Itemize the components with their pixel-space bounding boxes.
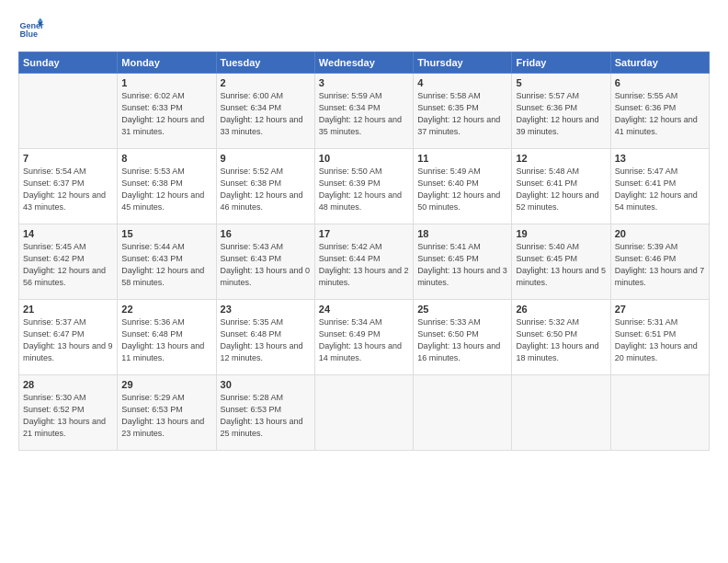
day-number: 15 [121, 228, 211, 239]
day-info: Sunrise: 5:47 AMSunset: 6:41 PMDaylight:… [615, 166, 705, 213]
day-info: Sunrise: 5:45 AMSunset: 6:42 PMDaylight:… [23, 241, 113, 289]
day-info: Sunrise: 5:53 AMSunset: 6:38 PMDaylight:… [121, 166, 211, 213]
svg-marker-2 [38, 17, 43, 21]
calendar-container: General Blue SundayMondayTuesdayWednesda… [0, 0, 728, 563]
weekday-header-thursday: Thursday [414, 52, 512, 74]
calendar-cell: 13Sunrise: 5:47 AMSunset: 6:41 PMDayligh… [610, 149, 709, 224]
calendar-cell: 19Sunrise: 5:40 AMSunset: 6:45 PMDayligh… [512, 224, 610, 300]
calendar-cell: 3Sunrise: 5:59 AMSunset: 6:34 PMDaylight… [314, 74, 413, 149]
day-info: Sunrise: 6:00 AMSunset: 6:34 PMDaylight:… [221, 90, 311, 138]
logo-icon: General Blue [18, 17, 44, 42]
day-number: 8 [121, 153, 211, 164]
calendar-cell: 10Sunrise: 5:50 AMSunset: 6:39 PMDayligh… [314, 149, 413, 224]
day-number: 2 [221, 77, 311, 88]
day-info: Sunrise: 5:58 AMSunset: 6:35 PMDaylight:… [417, 90, 507, 138]
day-number: 18 [417, 228, 507, 239]
day-info: Sunrise: 5:31 AMSunset: 6:51 PMDaylight:… [615, 316, 705, 364]
day-number: 3 [319, 77, 409, 88]
calendar-cell: 29Sunrise: 5:29 AMSunset: 6:53 PMDayligh… [118, 375, 216, 451]
week-row-2: 14Sunrise: 5:45 AMSunset: 6:42 PMDayligh… [19, 224, 710, 300]
day-number: 10 [319, 153, 409, 164]
calendar-cell: 28Sunrise: 5:30 AMSunset: 6:52 PMDayligh… [19, 375, 118, 451]
day-info: Sunrise: 5:43 AMSunset: 6:43 PMDaylight:… [221, 241, 311, 289]
day-number: 21 [23, 304, 113, 315]
day-info: Sunrise: 5:55 AMSunset: 6:36 PMDaylight:… [615, 90, 705, 138]
calendar-cell: 7Sunrise: 5:54 AMSunset: 6:37 PMDaylight… [19, 149, 118, 224]
day-number: 11 [417, 153, 507, 164]
calendar-cell: 16Sunrise: 5:43 AMSunset: 6:43 PMDayligh… [216, 224, 314, 300]
day-number: 12 [516, 153, 606, 164]
day-number: 17 [319, 228, 409, 239]
calendar-cell: 30Sunrise: 5:28 AMSunset: 6:53 PMDayligh… [216, 375, 314, 451]
day-number: 23 [221, 304, 311, 315]
weekday-header-wednesday: Wednesday [314, 52, 413, 74]
calendar-cell: 2Sunrise: 6:00 AMSunset: 6:34 PMDaylight… [216, 74, 314, 149]
calendar-cell: 5Sunrise: 5:57 AMSunset: 6:36 PMDaylight… [512, 74, 610, 149]
day-number: 7 [23, 153, 113, 164]
calendar-cell: 24Sunrise: 5:34 AMSunset: 6:49 PMDayligh… [314, 300, 413, 375]
day-number: 13 [615, 153, 705, 164]
week-row-0: 1Sunrise: 6:02 AMSunset: 6:33 PMDaylight… [19, 74, 710, 149]
day-number: 19 [516, 228, 606, 239]
calendar-cell: 14Sunrise: 5:45 AMSunset: 6:42 PMDayligh… [19, 224, 118, 300]
calendar-cell: 22Sunrise: 5:36 AMSunset: 6:48 PMDayligh… [118, 300, 216, 375]
calendar-cell [314, 375, 413, 451]
calendar-cell [414, 375, 512, 451]
day-number: 9 [221, 153, 311, 164]
day-number: 4 [417, 77, 507, 88]
day-info: Sunrise: 5:33 AMSunset: 6:50 PMDaylight:… [417, 316, 507, 364]
day-info: Sunrise: 5:40 AMSunset: 6:45 PMDaylight:… [516, 241, 606, 289]
calendar-cell: 21Sunrise: 5:37 AMSunset: 6:47 PMDayligh… [19, 300, 118, 375]
day-number: 16 [221, 228, 311, 239]
day-number: 14 [23, 228, 113, 239]
calendar-cell: 12Sunrise: 5:48 AMSunset: 6:41 PMDayligh… [512, 149, 610, 224]
day-number: 30 [221, 379, 311, 390]
day-number: 6 [615, 77, 705, 88]
weekday-header-sunday: Sunday [19, 52, 118, 74]
weekday-header-monday: Monday [118, 52, 216, 74]
calendar-cell: 4Sunrise: 5:58 AMSunset: 6:35 PMDaylight… [414, 74, 512, 149]
day-number: 24 [319, 304, 409, 315]
day-number: 1 [121, 77, 211, 88]
calendar-cell: 18Sunrise: 5:41 AMSunset: 6:45 PMDayligh… [414, 224, 512, 300]
calendar-cell: 15Sunrise: 5:44 AMSunset: 6:43 PMDayligh… [118, 224, 216, 300]
day-info: Sunrise: 5:36 AMSunset: 6:48 PMDaylight:… [121, 316, 211, 364]
day-number: 22 [121, 304, 211, 315]
calendar-cell: 25Sunrise: 5:33 AMSunset: 6:50 PMDayligh… [414, 300, 512, 375]
day-info: Sunrise: 6:02 AMSunset: 6:33 PMDaylight:… [121, 90, 211, 138]
calendar-table: SundayMondayTuesdayWednesdayThursdayFrid… [18, 52, 710, 451]
day-info: Sunrise: 5:49 AMSunset: 6:40 PMDaylight:… [417, 166, 507, 213]
day-number: 29 [121, 379, 211, 390]
calendar-cell [512, 375, 610, 451]
week-row-3: 21Sunrise: 5:37 AMSunset: 6:47 PMDayligh… [19, 300, 710, 375]
calendar-cell: 9Sunrise: 5:52 AMSunset: 6:38 PMDaylight… [216, 149, 314, 224]
day-number: 27 [615, 304, 705, 315]
day-number: 5 [516, 77, 606, 88]
calendar-cell [19, 74, 118, 149]
calendar-cell: 6Sunrise: 5:55 AMSunset: 6:36 PMDaylight… [610, 74, 709, 149]
day-info: Sunrise: 5:59 AMSunset: 6:34 PMDaylight:… [319, 90, 409, 138]
day-number: 20 [615, 228, 705, 239]
calendar-cell: 20Sunrise: 5:39 AMSunset: 6:46 PMDayligh… [610, 224, 709, 300]
day-info: Sunrise: 5:57 AMSunset: 6:36 PMDaylight:… [516, 90, 606, 138]
logo: General Blue [18, 17, 50, 42]
week-row-4: 28Sunrise: 5:30 AMSunset: 6:52 PMDayligh… [19, 375, 710, 451]
calendar-cell: 27Sunrise: 5:31 AMSunset: 6:51 PMDayligh… [610, 300, 709, 375]
day-info: Sunrise: 5:54 AMSunset: 6:37 PMDaylight:… [23, 166, 113, 213]
weekday-header-saturday: Saturday [610, 52, 709, 74]
day-info: Sunrise: 5:48 AMSunset: 6:41 PMDaylight:… [516, 166, 606, 213]
weekday-header-friday: Friday [512, 52, 610, 74]
day-info: Sunrise: 5:42 AMSunset: 6:44 PMDaylight:… [319, 241, 409, 289]
calendar-cell: 11Sunrise: 5:49 AMSunset: 6:40 PMDayligh… [414, 149, 512, 224]
day-info: Sunrise: 5:30 AMSunset: 6:52 PMDaylight:… [23, 392, 113, 440]
day-number: 25 [417, 304, 507, 315]
day-info: Sunrise: 5:37 AMSunset: 6:47 PMDaylight:… [23, 316, 113, 364]
svg-text:Blue: Blue [19, 29, 38, 39]
weekday-header-tuesday: Tuesday [216, 52, 314, 74]
day-info: Sunrise: 5:44 AMSunset: 6:43 PMDaylight:… [121, 241, 211, 289]
day-number: 28 [23, 379, 113, 390]
day-info: Sunrise: 5:28 AMSunset: 6:53 PMDaylight:… [221, 392, 311, 440]
header: General Blue [18, 17, 710, 42]
day-info: Sunrise: 5:41 AMSunset: 6:45 PMDaylight:… [417, 241, 507, 289]
week-row-1: 7Sunrise: 5:54 AMSunset: 6:37 PMDaylight… [19, 149, 710, 224]
